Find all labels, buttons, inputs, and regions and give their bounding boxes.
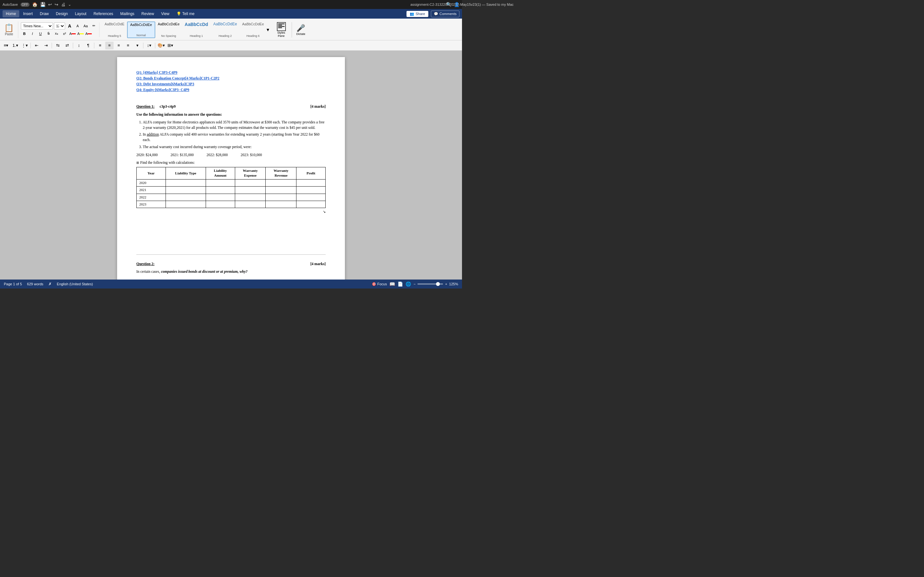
cell-2023-profit	[296, 201, 326, 208]
list-style-btn[interactable]: ≡▾	[2, 42, 10, 49]
styles-pane-button[interactable]: StylesPane	[274, 21, 289, 38]
font-family-select[interactable]: Times New...	[21, 23, 53, 29]
menu-design[interactable]: Design	[53, 10, 71, 17]
sort-btn[interactable]: ↕	[75, 42, 83, 49]
sp-line1	[278, 23, 284, 24]
subscript-btn[interactable]: x₂	[53, 30, 60, 37]
q1-link[interactable]: Q1: [4Marks] C3P3-C4P9	[136, 70, 326, 75]
align-right-btn[interactable]: ≡	[115, 42, 123, 49]
decrease-indent-btn[interactable]: ⇤	[32, 42, 41, 49]
font-color-btn[interactable]: A	[69, 30, 76, 37]
find-text: Find the following with calculations:	[140, 160, 195, 165]
clear-format-btn[interactable]: ✏	[90, 23, 97, 29]
zoom-slider[interactable]	[417, 284, 443, 285]
undo-icon[interactable]: ↩	[48, 2, 52, 7]
proofing-icon[interactable]: ✗	[48, 282, 52, 286]
autosave-toggle[interactable]: OFF	[21, 3, 29, 7]
align-center-btn[interactable]: ≡	[105, 42, 113, 49]
style-heading2[interactable]: AaBbCcDdEe Heading 2	[211, 21, 240, 38]
q2-link[interactable]: Q2: Bonds Evaluation Concept[4 Marks]C1P…	[136, 76, 326, 81]
menu-home[interactable]: Home	[3, 10, 19, 17]
style-heading5-label: Heading 5	[108, 34, 121, 37]
rtl-btn[interactable]: ⇄	[63, 42, 71, 49]
cost-2022: 2022: $28,000	[207, 152, 228, 157]
more-icon[interactable]: ⌄	[68, 2, 71, 7]
menu-layout[interactable]: Layout	[71, 10, 89, 17]
redo-icon[interactable]: ↪	[55, 2, 58, 7]
home-icon[interactable]: 🏠	[32, 2, 37, 7]
justify-btn[interactable]: ≡	[124, 42, 132, 49]
menu-insert[interactable]: Insert	[20, 10, 36, 17]
table-expand-icon[interactable]: ⊞	[136, 161, 139, 165]
style-heading1[interactable]: AaBbCcDd Heading 1	[182, 21, 211, 38]
superscript-btn[interactable]: x²	[61, 30, 68, 37]
cell-2022-profit	[296, 193, 326, 201]
read-mode-icon[interactable]: 📖	[389, 282, 395, 287]
save-icon[interactable]: 💾	[40, 2, 45, 7]
print-icon[interactable]: 🖨	[61, 2, 65, 7]
cell-2023-liab-type	[166, 201, 206, 208]
style-heading5[interactable]: AaBbCcDdE Heading 5	[102, 21, 127, 38]
line-spacing-btn[interactable]: ↕▾	[145, 42, 153, 49]
text-color-btn[interactable]: A	[85, 30, 92, 37]
numbered-list-btn[interactable]: 1.▾	[11, 42, 19, 49]
document-page: Q1: [4Marks] C3P3-C4P9 Q2: Bonds Evaluat…	[117, 57, 345, 279]
th-warranty-revenue: WarrantyRevenue	[266, 167, 296, 179]
shading-btn[interactable]: 🎨▾	[157, 42, 165, 49]
zoom-out-btn[interactable]: −	[414, 282, 415, 286]
web-view-icon[interactable]: 🌐	[405, 282, 411, 287]
menu-draw[interactable]: Draw	[37, 10, 52, 17]
q2-marks: [4 marks]	[310, 261, 326, 266]
menu-review[interactable]: Review	[138, 10, 157, 17]
style-nospacing[interactable]: AaBbCcDdEe No Spacing	[155, 21, 182, 38]
print-layout-icon[interactable]: 📄	[397, 282, 403, 287]
menu-mailings[interactable]: Mailings	[117, 10, 137, 17]
strikethrough-btn[interactable]: S̶	[45, 30, 52, 37]
grow-font-btn[interactable]: A	[66, 23, 73, 29]
q2-header: Question 2: [4 marks]	[136, 261, 326, 266]
font-size-select[interactable]: 12	[54, 23, 65, 29]
align-more-btn[interactable]: ▾	[133, 42, 142, 49]
menu-references[interactable]: References	[90, 10, 116, 17]
status-right: 🎯 Focus 📖 📄 🌐 − + 125%	[372, 282, 458, 287]
bold-button[interactable]: B	[21, 30, 28, 37]
menu-view[interactable]: View	[158, 10, 173, 17]
underline-button[interactable]: U	[37, 30, 44, 37]
th-year: Year	[137, 167, 166, 179]
q1-number: Question 1:	[136, 104, 155, 109]
q1-item1: ALFA company for Home electronics applia…	[143, 119, 326, 131]
dictate-button[interactable]: 🎤 Dictate	[294, 21, 307, 38]
style-normal[interactable]: AaBbCcDdEe Normal	[127, 21, 155, 38]
styles-gallery-more[interactable]: ▾	[267, 27, 269, 33]
highlight-btn[interactable]: A	[77, 30, 84, 37]
comments-button[interactable]: 💬 Comments	[431, 11, 459, 17]
multilevel-list-btn[interactable]: ⋮▾	[21, 42, 29, 49]
italic-button[interactable]: I	[29, 30, 36, 37]
q3-link[interactable]: Q3: Debt Investments[6Marks]C3P3	[136, 81, 326, 87]
dictate-icon: 🎤	[296, 24, 305, 32]
style-heading2-label: Heading 2	[218, 34, 232, 37]
zoom-level[interactable]: 125%	[449, 282, 458, 286]
table-resize-handle[interactable]: ↘	[136, 210, 326, 214]
shrink-font-btn[interactable]: A	[74, 23, 81, 29]
zoom-in-btn[interactable]: +	[445, 282, 447, 286]
th-warranty-expense: WarrantyExpense	[235, 167, 266, 179]
share-button[interactable]: 👥 Share	[407, 11, 428, 17]
cell-2021-year: 2021	[137, 187, 166, 193]
q1-subtitle: c3p3-c4p9	[160, 104, 176, 109]
font-format-btn[interactable]: Aa	[82, 23, 89, 29]
increase-indent-btn[interactable]: ⇥	[42, 42, 50, 49]
align-left-btn[interactable]: ≡	[96, 42, 104, 49]
focus-btn[interactable]: 🎯 Focus	[372, 282, 387, 286]
language[interactable]: English (United States)	[57, 282, 93, 286]
zoom-thumb	[436, 282, 440, 286]
paste-button[interactable]: 📋 Paste	[2, 21, 16, 38]
menu-tell-me[interactable]: 💡 Tell me	[173, 10, 198, 17]
fmt-div6	[155, 43, 155, 48]
ltr-btn[interactable]: ⇆	[53, 42, 62, 49]
pilcrow-btn[interactable]: ¶	[84, 42, 92, 49]
style-heading6[interactable]: AaBbCcDdEe Heading 6	[240, 21, 267, 38]
ribbon: 📋 Paste Times New... 12 A A Aa ✏ B I U	[0, 19, 462, 40]
borders-btn[interactable]: ⊞▾	[166, 42, 174, 49]
q4-link[interactable]: Q4: Equity-[6Marks]C3P3- C4P9	[136, 87, 326, 92]
